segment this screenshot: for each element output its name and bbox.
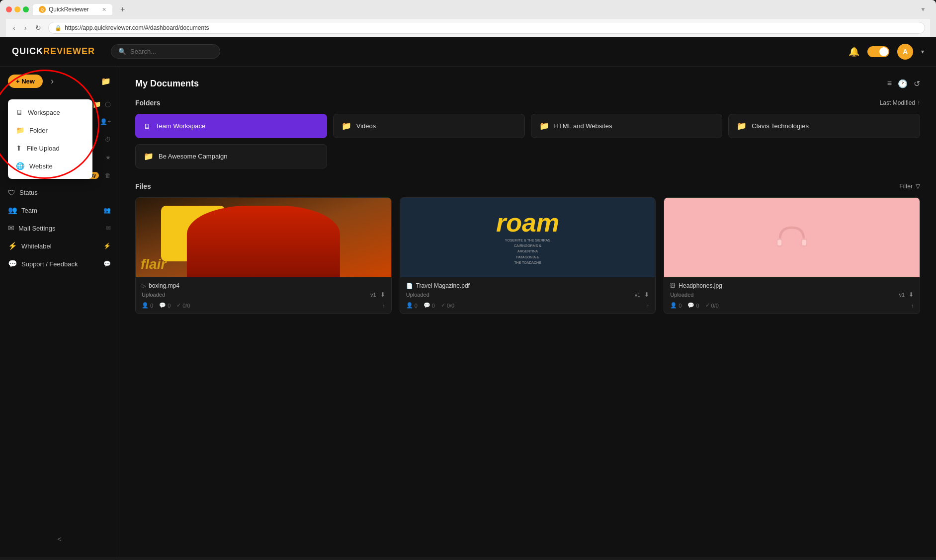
headphones-comments: 💬 0 [687, 302, 699, 309]
workspace-hexagon-icon[interactable]: ⬡ [105, 100, 111, 108]
folders-section-title: Folders [135, 99, 161, 107]
headphones-name-text: Headphones.jpg [679, 282, 722, 289]
dropdown-item-website[interactable]: 🌐 Website [8, 157, 92, 175]
notification-icon[interactable]: 🔔 [849, 46, 859, 57]
browser-titlebar: Q QuickReviewer ✕ + ▼ [6, 4, 930, 15]
dropdown-item-folder[interactable]: 📁 Folder [8, 121, 92, 139]
avatar-dropdown-arrow[interactable]: ▾ [921, 48, 924, 55]
boxing-approvals: ✓ 0/0 [176, 302, 190, 309]
address-bar[interactable]: 🔒 https://app.quickreviewer.com/#/dashbo… [48, 22, 925, 34]
folder-name-team-workspace: Team Workspace [156, 122, 205, 130]
workspace-folder-icon: 🖥 [144, 122, 151, 130]
close-dot[interactable] [6, 6, 12, 12]
folder-card-videos[interactable]: 📁 Videos [333, 114, 525, 138]
search-icon: 🔍 [118, 48, 126, 55]
file-card-boxing[interactable]: flair ▷ boxing.mp4 Uploaded v1 ⬇ [135, 197, 392, 314]
folder-add-icon[interactable]: 📁 [101, 77, 111, 86]
workspace-add-icon[interactable]: 📁 [92, 100, 101, 108]
list-view-icon[interactable]: ≡ [887, 79, 892, 88]
team-label: Team [21, 207, 99, 214]
boxing-share-icon[interactable]: ↑ [382, 303, 385, 309]
browser-nav-bar: ‹ › ↻ 🔒 https://app.quickreviewer.com/#/… [6, 19, 930, 37]
whitelabel-icon: ⚡ [8, 241, 17, 250]
sidebar-item-status[interactable]: 🛡 Status [0, 184, 119, 201]
travel-download-icon[interactable]: ⬇ [644, 291, 649, 298]
boxing-file-meta: Uploaded v1 ⬇ [142, 291, 385, 298]
folder-card-html[interactable]: 📁 HTML and Websites [531, 114, 723, 138]
sidebar-item-team[interactable]: 👥 Team 👥 [0, 201, 119, 219]
travel-comment-count: 0 [432, 303, 435, 309]
boxing-actions-row: 👤 0 💬 0 ✓ 0/0 ↑ [142, 302, 385, 309]
headphones-share-icon[interactable]: ↑ [911, 303, 914, 309]
headphones-svg [772, 218, 812, 257]
headphones-approval-count: 0/0 [711, 303, 719, 309]
collapse-arrow-icon: < [57, 535, 61, 543]
folders-grid: 🖥 Team Workspace 📁 Videos 📁 HTML and Web… [135, 114, 920, 168]
headphones-download-icon[interactable]: ⬇ [909, 291, 914, 298]
dropdown-item-workspace[interactable]: 🖥 Workspace [8, 103, 92, 121]
travel-approval-count: 0/0 [447, 303, 454, 309]
boxing-file-info: ▷ boxing.mp4 Uploaded v1 ⬇ [136, 277, 391, 314]
content-area: My Documents ≡ 🕐 ↺ Folders Last Modified… [119, 67, 936, 557]
forward-button[interactable]: › [22, 23, 29, 33]
mail-icon: ✉ [8, 224, 14, 233]
support-icon: 💬 [8, 259, 17, 268]
maximize-dot[interactable] [23, 6, 29, 12]
file-card-travel[interactable]: roam YOSEMITE & THE SIERRASCAIRNGORMS &A… [400, 197, 656, 314]
travel-file-info: 📄 Travel Magazine.pdf Uploaded v1 ⬇ [400, 277, 656, 314]
sort-control[interactable]: Last Modified ↑ [880, 99, 920, 106]
new-tab-button[interactable]: + [120, 5, 125, 14]
logo-reviewer: REVIEWER [43, 46, 95, 57]
boxing-comment-count: 0 [168, 303, 170, 309]
collapse-icon[interactable]: › [51, 76, 54, 86]
reload-button[interactable]: ↻ [33, 23, 43, 33]
clock-icon[interactable]: 🕐 [898, 79, 908, 88]
mail-right-icon: ✉ [106, 225, 111, 232]
videos-folder-icon: 📁 [341, 121, 351, 131]
refresh-icon[interactable]: ↺ [914, 79, 920, 88]
headphones-reviewers: 👤 0 [670, 302, 681, 309]
new-button[interactable]: + New [8, 75, 43, 88]
boxing-image: flair [136, 198, 391, 277]
browser-menu-arrow[interactable]: ▼ [920, 6, 930, 13]
tab-close-icon[interactable]: ✕ [102, 6, 106, 13]
minimize-dot[interactable] [14, 6, 20, 12]
boxing-person-shape [187, 206, 340, 277]
toggle-switch[interactable] [867, 46, 889, 57]
approvals-icon: ✓ [176, 302, 181, 309]
dropdown-item-upload[interactable]: ⬆ File Upload [8, 139, 92, 157]
travel-version-row: v1 ⬇ [635, 291, 650, 298]
file-card-headphones[interactable]: 🖼 Headphones.jpg Uploaded v1 ⬇ [664, 197, 920, 314]
boxing-download-icon[interactable]: ⬇ [380, 291, 385, 298]
image-file-icon: 🖼 [670, 283, 676, 289]
shared-add-icon[interactable]: 👤+ [100, 118, 111, 125]
upload-icon: ⬆ [16, 144, 22, 152]
search-input[interactable] [130, 48, 213, 55]
folder-card-be-awesome[interactable]: 📁 Be Awesome Campaign [135, 144, 327, 168]
headphones-approvals: ✓ 0/0 [705, 302, 719, 309]
sidebar-item-mail-settings[interactable]: ✉ Mail Settings ✉ [0, 219, 119, 237]
recent-right-icon: ⏱ [105, 136, 111, 143]
header-actions: 🔔 A ▾ [849, 44, 924, 60]
sidebar-item-support[interactable]: 💬 Support / Feedback 💬 [0, 255, 119, 273]
folder-card-clavis[interactable]: 📁 Clavis Technologies [728, 114, 920, 138]
logo-quick: QUICK [12, 46, 43, 57]
travel-approvals: ✓ 0/0 [441, 302, 454, 309]
header-search-container[interactable]: 🔍 [111, 44, 220, 59]
headphones-reviewer-count: 0 [679, 303, 681, 309]
sort-arrow-icon: ↑ [917, 99, 920, 106]
files-section-title: Files [135, 182, 151, 190]
filter-button[interactable]: Filter ▽ [899, 183, 920, 190]
sidebar-item-whitelabel[interactable]: ⚡ Whitelabel ⚡ [0, 237, 119, 255]
sidebar-collapse-button[interactable]: < [0, 529, 119, 549]
browser-tab[interactable]: Q QuickReviewer ✕ [33, 4, 112, 15]
sidebar-top: + New › 📁 🖥 Workspace 📁 Folder ⬆ Fi [0, 75, 119, 96]
be-awesome-folder-icon: 📁 [144, 152, 154, 161]
avatar[interactable]: A [897, 44, 913, 60]
folder-name-videos: Videos [356, 122, 376, 130]
travel-share-icon[interactable]: ↑ [647, 303, 650, 309]
folder-card-team-workspace[interactable]: 🖥 Team Workspace [135, 114, 327, 138]
travel-comments-icon: 💬 [424, 302, 430, 309]
headphones-comment-count: 0 [696, 303, 699, 309]
back-button[interactable]: ‹ [11, 23, 17, 33]
